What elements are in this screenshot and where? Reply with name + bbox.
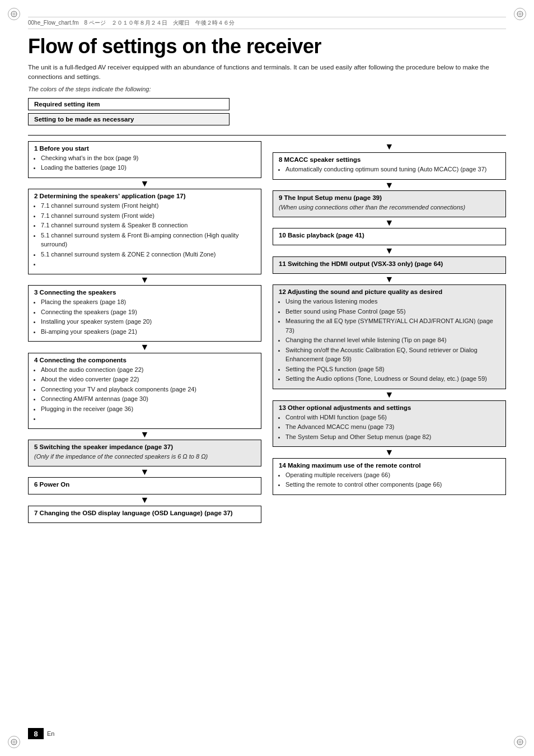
step-8-title: 8 MCACC speaker settings	[279, 156, 500, 163]
corner-decoration-tl	[8, 8, 20, 20]
step-12-body: Using the various listening modes Better…	[279, 297, 500, 384]
step-14-title: 14 Making maximum use of the remote cont…	[279, 462, 500, 469]
header-meta: 00he_Flow_chart.fm 8 ページ ２０１０年８月２４日 火曜日 …	[28, 17, 506, 29]
step-2-body: 7.1 channel surround system (Front heigh…	[34, 201, 255, 269]
left-column: 1 Before you start Checking what's in th…	[28, 141, 261, 524]
arrow-6: ▼	[140, 495, 149, 505]
step-4-item-1: About the audio connection (page 22)	[41, 365, 255, 375]
page-language: En	[47, 730, 54, 737]
corner-decoration-tr	[514, 8, 526, 20]
step-5-title: 5 Switching the speaker impedance (page …	[34, 444, 255, 450]
step-4-item-6	[41, 414, 255, 423]
step-13-body: Control with HDMI function (page 56) The…	[279, 413, 500, 442]
step-7: 7 Changing the OSD display language (OSD…	[28, 506, 261, 523]
step-4-body: About the audio connection (page 22) Abo…	[34, 365, 255, 423]
corner-decoration-bl	[8, 736, 20, 748]
step-3-item-4: Bi-amping your speakers (page 21)	[41, 327, 255, 337]
step-12-item-5: Switching on/off the Acoustic Calibratio…	[285, 346, 500, 364]
step-13: 13 Other optional adjustments and settin…	[273, 400, 506, 447]
arrow-r9: ▼	[385, 218, 394, 228]
step-11: 11 Switching the HDMI output (VSX-33 onl…	[273, 256, 506, 274]
step-13-title: 13 Other optional adjustments and settin…	[279, 404, 500, 411]
page-title: Flow of settings on the receiver	[28, 35, 506, 58]
step-12: 12 Adjusting the sound and picture quali…	[273, 284, 506, 389]
step-8-item-1: Automatically conducting optimum sound t…	[285, 165, 500, 174]
page-number: 8	[28, 728, 44, 739]
arrow-r12: ▼	[385, 390, 394, 400]
step-2-item-5: 5.1 channel surround system & ZONE 2 con…	[41, 250, 255, 259]
step-6-title: 6 Power On	[34, 481, 255, 488]
step-12-item-6: Setting the PQLS function (page 58)	[285, 365, 500, 374]
step-2-item-4: 5.1 channel surround system & Front Bi-a…	[41, 231, 255, 249]
step-4-item-3: Connecting your TV and playback componen…	[41, 385, 255, 394]
legend-required: Required setting item	[28, 98, 229, 110]
step-1-item-1: Checking what's in the box (page 9)	[41, 153, 255, 163]
step-9: 9 The Input Setup menu (page 39) (When u…	[273, 190, 506, 217]
step-2-title: 2 Determining the speakers' application …	[34, 193, 255, 199]
step-2-item-1: 7.1 channel surround system (Front heigh…	[41, 201, 255, 211]
step-3-body: Placing the speakers (page 18) Connectin…	[34, 297, 255, 336]
step-3-item-1: Placing the speakers (page 18)	[41, 297, 255, 307]
arrow-r0: ▼	[385, 142, 394, 152]
step-3-item-2: Connecting the speakers (page 19)	[41, 307, 255, 317]
step-11-title: 11 Switching the HDMI output (VSX-33 onl…	[279, 260, 500, 267]
corner-decoration-br	[514, 736, 526, 748]
step-8-body: Automatically conducting optimum sound t…	[279, 165, 500, 174]
page-footer: 8 En	[28, 728, 54, 739]
step-4-item-5: Plugging in the receiver (page 36)	[41, 404, 255, 414]
step-3-item-3: Installing your speaker system (page 20)	[41, 317, 255, 326]
step-12-title: 12 Adjusting the sound and picture quali…	[279, 288, 500, 295]
step-13-item-2: The Advanced MCACC menu (page 73)	[285, 422, 500, 432]
step-13-item-1: Control with HDMI function (page 56)	[285, 413, 500, 422]
two-column-layout: 1 Before you start Checking what's in th…	[28, 141, 506, 524]
step-12-item-3: Measuring the all EQ type (SYMMETRY/ALL …	[285, 316, 500, 335]
arrow-3: ▼	[140, 342, 149, 352]
step-14-body: Operating multiple receivers (page 66) S…	[279, 470, 500, 489]
arrow-2: ▼	[140, 275, 149, 285]
step-1-body: Checking what's in the box (page 9) Load…	[34, 153, 255, 172]
step-1: 1 Before you start Checking what's in th…	[28, 141, 261, 178]
step-12-item-1: Using the various listening modes	[285, 297, 500, 306]
step-2: 2 Determining the speakers' application …	[28, 189, 261, 274]
page: 00he_Flow_chart.fm 8 ページ ２０１０年８月２４日 火曜日 …	[0, 0, 534, 756]
step-3: 3 Connecting the speakers Placing the sp…	[28, 285, 261, 342]
step-2-item-6	[41, 259, 255, 269]
step-9-title: 9 The Input Setup menu (page 39)	[279, 194, 500, 201]
step-14-item-2: Setting the remote to control other comp…	[285, 480, 500, 489]
arrow-5: ▼	[140, 467, 149, 477]
legend-optional: Setting to be made as necessary	[28, 113, 229, 125]
arrow-4: ▼	[140, 430, 149, 440]
step-4-item-4: Connecting AM/FM antennas (page 30)	[41, 394, 255, 404]
intro-text: The unit is a full-fledged AV receiver e…	[28, 63, 506, 82]
right-column: ▼ 8 MCACC speaker settings Automatically…	[273, 141, 506, 524]
step-9-body: (When using connections other than the r…	[279, 203, 500, 212]
arrow-r8: ▼	[385, 180, 394, 190]
step-4-item-2: About the video converter (page 22)	[41, 375, 255, 384]
arrow-r10: ▼	[385, 246, 394, 256]
step-12-item-7: Setting the Audio options (Tone, Loudnes…	[285, 374, 500, 384]
divider	[28, 135, 506, 136]
step-10: 10 Basic playback (page 41)	[273, 228, 506, 245]
step-4-title: 4 Connecting the components	[34, 357, 255, 363]
step-10-title: 10 Basic playback (page 41)	[279, 232, 500, 239]
right-steps: ▼ 8 MCACC speaker settings Automatically…	[273, 141, 506, 495]
step-2-item-2: 7.1 channel surround system (Front wide)	[41, 211, 255, 221]
arrow-r13: ▼	[385, 447, 394, 458]
step-5: 5 Switching the speaker impedance (page …	[28, 440, 261, 466]
arrow-1: ▼	[140, 179, 149, 189]
step-7-title: 7 Changing the OSD display language (OSD…	[34, 510, 255, 516]
step-14: 14 Making maximum use of the remote cont…	[273, 458, 506, 495]
step-3-title: 3 Connecting the speakers	[34, 289, 255, 296]
colors-note: The colors of the steps indicate the fol…	[28, 86, 506, 92]
step-1-title: 1 Before you start	[34, 145, 255, 152]
step-14-item-1: Operating multiple receivers (page 66)	[285, 470, 500, 480]
left-steps: 1 Before you start Checking what's in th…	[28, 141, 261, 524]
step-2-item-3: 7.1 channel surround system & Speaker B …	[41, 221, 255, 230]
step-1-item-2: Loading the batteries (page 10)	[41, 163, 255, 172]
step-12-item-2: Better sound using Phase Control (page 5…	[285, 307, 500, 316]
arrow-r11: ▼	[385, 274, 394, 284]
step-8: 8 MCACC speaker settings Automatically c…	[273, 152, 506, 180]
step-13-item-3: The System Setup and Other Setup menus (…	[285, 432, 500, 442]
step-4: 4 Connecting the components About the au…	[28, 353, 261, 429]
step-6: 6 Power On	[28, 477, 261, 494]
